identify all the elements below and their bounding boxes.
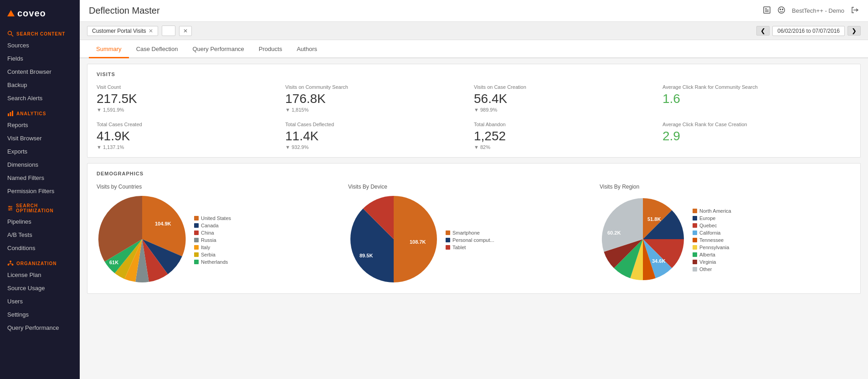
sidebar-item-backup[interactable]: Backup	[0, 78, 80, 92]
metric-change-visit-count: ▼ 1,591.9%	[97, 107, 281, 113]
metric-visit-count: Visit Count 217.5K ▼ 1,591.9%	[97, 84, 285, 113]
filter-options-button[interactable]	[162, 26, 175, 36]
sidebar-item-pipelines[interactable]: Pipelines	[0, 215, 80, 228]
sidebar-item-reports[interactable]: Reports	[0, 118, 80, 132]
chart-countries-title: Visits by Countries	[97, 184, 142, 190]
sidebar-item-exports[interactable]: Exports	[0, 145, 80, 158]
sidebar-item-search-alerts[interactable]: Search Alerts	[0, 92, 80, 105]
date-next-button[interactable]: ❯	[847, 26, 861, 36]
arrow-down-icon: ▼	[97, 144, 102, 150]
logout-icon[interactable]	[851, 6, 859, 16]
sidebar-item-settings[interactable]: Settings	[0, 308, 80, 321]
filterbar: Customer Portal Visits ✕ ✕ ❮ 06/02/2016 …	[80, 22, 868, 40]
sidebar-item-fields[interactable]: Fields	[0, 52, 80, 65]
legend-color-smartphone	[446, 230, 450, 235]
sidebar-item-content-browser[interactable]: Content Browser	[0, 65, 80, 78]
metric-avg-click-rank-community: Average Click Rank for Community Search …	[663, 84, 851, 113]
tabs-bar: Summary Case Deflection Query Performanc…	[80, 40, 868, 58]
legend-item-california: California	[693, 230, 731, 236]
legend-label-tennessee: Tennessee	[699, 237, 724, 243]
metric-avg-click-rank-case: Average Click Rank for Case Creation 2.9	[663, 122, 851, 150]
legend-item-europe: Europe	[693, 215, 731, 221]
legend-item-alberta: Alberta	[693, 252, 731, 257]
legend-label-tablet: Tablet	[452, 245, 466, 250]
section-search-content: SEARCH CONTENT	[0, 25, 80, 39]
date-prev-button[interactable]: ❮	[756, 26, 770, 36]
region-label-1: 51.8K	[647, 216, 661, 222]
sidebar-item-license-plan[interactable]: License Plan	[0, 268, 80, 282]
sidebar-item-named-filters[interactable]: Named Filters	[0, 171, 80, 184]
date-range-label: 06/02/2016 to 07/07/2016	[772, 26, 845, 36]
sidebar-item-conditions[interactable]: Conditions	[0, 241, 80, 255]
metric-visits-case-creation: Visits on Case Creation 56.4K ▼ 989.9%	[474, 84, 663, 113]
legend-color-pennsylvania	[693, 245, 697, 250]
legend-label-personal-computer: Personal comput...	[452, 237, 494, 243]
svg-rect-4	[12, 111, 13, 116]
section-organization: ORGANIZATION	[0, 255, 80, 268]
sidebar-item-source-usage[interactable]: Source Usage	[0, 282, 80, 295]
tab-case-deflection[interactable]: Case Deflection	[129, 40, 185, 58]
metric-value-avg-click-rank-case: 2.9	[663, 129, 847, 143]
svg-point-10	[9, 209, 10, 210]
filter-tag-label: Customer Portal Visits	[92, 28, 146, 34]
legend-color-quebec	[693, 223, 697, 228]
metric-total-cases-created: Total Cases Created 41.9K ▼ 1,137.1%	[97, 122, 285, 150]
filter-clear-button[interactable]: ✕	[179, 26, 192, 36]
sidebar-item-dimensions[interactable]: Dimensions	[0, 158, 80, 171]
analytics-icon	[7, 110, 14, 117]
tab-authors[interactable]: Authors	[289, 40, 324, 58]
legend-item-us: United States	[194, 215, 231, 221]
chart-region-area: 51.8K 60.2K 34.6K North America Europe Q…	[600, 194, 731, 286]
arrow-down-icon: ▼	[474, 144, 479, 150]
legend-item-personal-computer: Personal comput...	[446, 237, 494, 243]
metric-label-visits-community: Visits on Community Search	[285, 84, 469, 90]
smiley-icon[interactable]	[777, 6, 786, 16]
legend-color-alberta	[693, 252, 697, 257]
metric-value-total-abandon: 1,252	[474, 129, 658, 143]
region-label-2: 60.2K	[607, 230, 621, 236]
metric-value-total-cases-deflected: 11.4K	[285, 129, 469, 143]
sidebar-item-permission-filters[interactable]: Permission Filters	[0, 184, 80, 198]
region-pie-chart: 51.8K 60.2K 34.6K	[600, 194, 686, 285]
topbar-right: BestTech++ - Demo	[763, 6, 859, 16]
legend-item-serbia: Serbia	[194, 252, 231, 257]
section-search-optimization: SEARCH OPTIMIZATION	[0, 198, 80, 215]
demographics-section: DEMOGRAPHICS Visits by Countries	[87, 163, 861, 294]
chart-countries-area: 104.9K 61K United States Canada China Ru…	[97, 194, 231, 286]
legend-label-italy: Italy	[201, 245, 210, 250]
device-pie-wrapper: 108.7K 89.5K	[348, 194, 439, 286]
legend-color-europe	[693, 216, 697, 220]
legend-item-smartphone: Smartphone	[446, 230, 494, 236]
legend-label-russia: Russia	[201, 237, 216, 243]
sidebar-item-users[interactable]: Users	[0, 295, 80, 308]
sidebar-item-visit-browser[interactable]: Visit Browser	[0, 132, 80, 145]
tab-query-performance[interactable]: Query Performance	[185, 40, 251, 58]
legend-color-russia	[194, 238, 199, 242]
sidebar-item-ab-tests[interactable]: A/B Tests	[0, 228, 80, 241]
edit-icon[interactable]	[763, 6, 771, 16]
metric-value-avg-click-rank-community: 1.6	[663, 92, 847, 106]
tab-products[interactable]: Products	[252, 40, 289, 58]
legend-item-quebec: Quebec	[693, 223, 731, 228]
metric-change-total-abandon: ▼ 82%	[474, 144, 658, 150]
sidebar-item-sources[interactable]: Sources	[0, 39, 80, 52]
demographics-section-title: DEMOGRAPHICS	[97, 171, 851, 176]
legend-item-china: China	[194, 230, 231, 236]
sidebar-item-query-performance[interactable]: Query Performance	[0, 321, 80, 334]
device-pie-chart: 108.7K 89.5K	[348, 194, 439, 285]
legend-item-tennessee: Tennessee	[693, 237, 731, 243]
region-pie-wrapper: 51.8K 60.2K 34.6K	[600, 194, 686, 286]
countries-pie-chart: 104.9K 61K	[97, 194, 188, 285]
svg-line-1	[11, 35, 13, 36]
main-area: Deflection Master BestTech++ - Demo Cust…	[80, 0, 868, 379]
organization-icon	[7, 260, 14, 266]
tab-summary[interactable]: Summary	[89, 40, 129, 58]
visits-section-title: VISITS	[97, 72, 851, 77]
visits-metrics-grid: Visit Count 217.5K ▼ 1,591.9% Visits on …	[97, 84, 851, 150]
arrow-down-icon: ▼	[285, 107, 290, 113]
legend-color-north-america	[693, 209, 697, 213]
metric-value-visits-case-creation: 56.4K	[474, 92, 658, 106]
filter-tag-customer-portal[interactable]: Customer Portal Visits ✕	[87, 26, 158, 36]
filter-tag-close-icon[interactable]: ✕	[149, 28, 153, 34]
metric-value-visit-count: 217.5K	[97, 92, 281, 106]
